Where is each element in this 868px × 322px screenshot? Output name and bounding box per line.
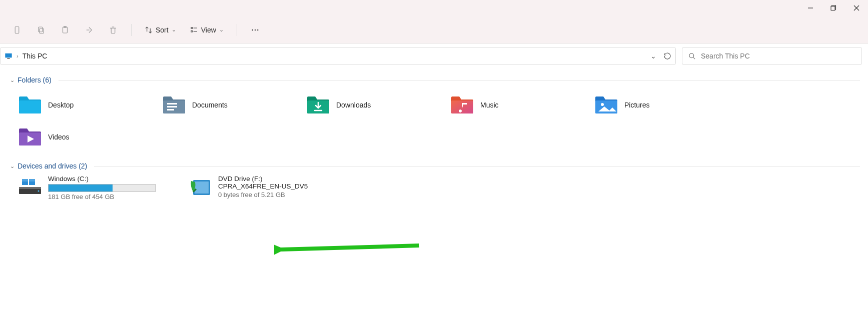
divider-line (59, 80, 860, 80)
group-title: Devices and drives (2) (18, 162, 87, 170)
toolbar: Sort ⌄ View ⌄ (0, 16, 868, 44)
svg-rect-10 (191, 27, 193, 28)
copy-button[interactable] (32, 21, 50, 39)
maximize-button[interactable] (822, 0, 845, 16)
toolbar-divider (131, 24, 132, 36)
title-bar (0, 0, 868, 16)
folder-documents[interactable]: Documents (162, 89, 306, 121)
svg-rect-25 (167, 109, 174, 110)
sort-menu[interactable]: Sort ⌄ (141, 21, 180, 39)
svg-rect-17 (5, 54, 12, 58)
svg-rect-24 (167, 106, 177, 108)
folder-label: Downloads (336, 101, 371, 109)
sort-icon (145, 26, 153, 34)
dvd-drive-icon (188, 177, 212, 196)
downloads-folder-icon (306, 96, 330, 114)
folder-music[interactable]: Music (450, 89, 594, 121)
folders-grid: Desktop Documents Downloads Music Pictur… (8, 89, 860, 153)
folder-label: Documents (192, 101, 228, 109)
search-icon (688, 52, 696, 60)
drive-c[interactable]: Windows (C:) 181 GB free of 454 GB (18, 175, 168, 200)
folder-downloads[interactable]: Downloads (306, 89, 450, 121)
svg-rect-18 (7, 58, 10, 59)
group-header-folders[interactable]: ⌄ Folders (6) (8, 73, 860, 89)
more-button[interactable] (246, 21, 264, 39)
svg-rect-36 (22, 179, 28, 182)
delete-button[interactable] (104, 21, 122, 39)
group-title: Folders (6) (18, 76, 52, 84)
svg-line-20 (693, 57, 695, 59)
folder-pictures[interactable]: Pictures (594, 89, 738, 121)
svg-rect-23 (167, 103, 177, 104)
folder-label: Pictures (624, 101, 650, 109)
svg-rect-7 (39, 27, 43, 32)
this-pc-icon (5, 52, 13, 60)
minimize-button[interactable] (799, 0, 822, 16)
drive-free-label: 0 bytes free of 5.21 GB (218, 191, 308, 198)
drive-name-line2: CPRA_X64FRE_EN-US_DV5 (218, 182, 308, 190)
documents-folder-icon (162, 96, 186, 114)
navigation-row: › This PC ⌄ (0, 44, 868, 68)
address-dropdown-icon[interactable]: ⌄ (650, 52, 656, 60)
annotation-arrow (274, 242, 424, 258)
svg-point-15 (255, 29, 256, 30)
address-location: This PC (23, 52, 48, 60)
divider-line (94, 166, 860, 166)
chevron-down-icon: ⌄ (10, 163, 15, 170)
paste-button[interactable] (56, 21, 74, 39)
drive-usage-fill (49, 184, 113, 192)
view-menu[interactable]: View ⌄ (186, 21, 228, 39)
search-bar[interactable] (682, 47, 862, 65)
svg-rect-5 (15, 26, 19, 34)
group-header-drives[interactable]: ⌄ Devices and drives (2) (8, 159, 860, 175)
desktop-folder-icon (18, 96, 42, 114)
drive-usage-bar (48, 184, 156, 192)
drive-name: Windows (C:) (48, 175, 156, 182)
chevron-down-icon: ⌄ (10, 77, 15, 84)
chevron-down-icon: ⌄ (172, 26, 176, 33)
sort-label: Sort (156, 26, 169, 34)
svg-point-33 (38, 190, 40, 192)
toolbar-divider (237, 24, 237, 36)
view-label: View (201, 26, 216, 34)
view-icon (190, 26, 198, 34)
svg-line-40 (281, 246, 419, 250)
rename-button[interactable] (80, 21, 98, 39)
svg-point-14 (252, 29, 253, 30)
folder-label: Music (480, 101, 499, 109)
folder-desktop[interactable]: Desktop (18, 89, 162, 121)
drive-name-line1: DVD Drive (F:) (218, 175, 308, 182)
videos-folder-icon (18, 128, 42, 146)
svg-rect-2 (831, 6, 835, 10)
chevron-right-icon: › (17, 53, 19, 59)
drives-row: Windows (C:) 181 GB free of 454 GB DVD D… (8, 175, 860, 200)
content-area: ⌄ Folders (6) Desktop Documents Download… (0, 68, 868, 206)
svg-rect-39 (195, 182, 209, 194)
drive-dvd[interactable]: DVD Drive (F:) CPRA_X64FRE_EN-US_DV5 0 b… (188, 175, 338, 200)
svg-rect-6 (40, 28, 44, 34)
folder-videos[interactable]: Videos (18, 121, 162, 153)
folder-label: Videos (48, 133, 70, 141)
svg-rect-37 (29, 179, 35, 182)
svg-point-29 (601, 103, 604, 106)
cut-button[interactable] (8, 21, 26, 39)
svg-rect-11 (191, 30, 193, 32)
refresh-icon[interactable] (663, 52, 671, 60)
close-button[interactable] (845, 0, 868, 16)
drive-free-label: 181 GB free of 454 GB (48, 193, 156, 200)
svg-point-19 (689, 53, 694, 58)
music-folder-icon (450, 96, 474, 114)
search-input[interactable] (701, 52, 855, 60)
svg-point-16 (257, 29, 258, 30)
svg-rect-21 (19, 100, 41, 114)
folder-label: Desktop (48, 101, 74, 109)
address-bar[interactable]: › This PC ⌄ (0, 47, 676, 65)
os-drive-icon (18, 177, 42, 196)
pictures-folder-icon (594, 96, 618, 114)
svg-rect-28 (595, 100, 617, 114)
chevron-down-icon: ⌄ (219, 26, 224, 33)
svg-rect-32 (19, 187, 41, 189)
